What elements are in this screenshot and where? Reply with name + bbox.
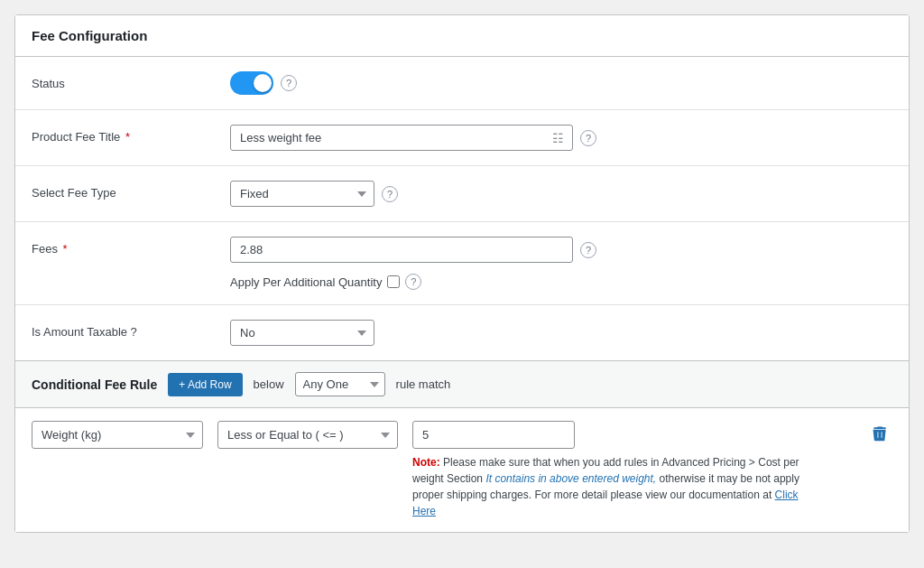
apply-per-qty-checkbox[interactable] <box>387 275 400 288</box>
fees-required-asterisk: * <box>60 242 68 256</box>
is-amount-taxable-content: No Yes <box>230 320 892 346</box>
rule-match-text: rule match <box>396 377 451 391</box>
fees-row: Fees * ? Apply Per Additional Quantity ? <box>15 222 909 305</box>
status-toggle[interactable] <box>230 71 273 95</box>
page-title: Fee Configuration <box>32 28 892 43</box>
condition-value-wrap: Note: Please make sure that when you add… <box>412 421 853 519</box>
apply-per-qty-help-icon[interactable]: ? <box>405 274 421 290</box>
card-header: Fee Configuration <box>15 15 909 57</box>
delete-row-button[interactable] <box>867 421 892 446</box>
product-fee-help-icon[interactable]: ? <box>580 130 596 146</box>
apply-per-qty-label: Apply Per Additional Quantity <box>230 275 382 289</box>
status-label: Status <box>32 71 230 90</box>
fees-label: Fees * <box>32 237 230 256</box>
conditional-fee-rule-header: Conditional Fee Rule + Add Row below Any… <box>15 360 909 408</box>
trash-icon <box>871 424 889 442</box>
fee-type-help-icon[interactable]: ? <box>382 186 398 202</box>
title-field-icon: ☷ <box>552 131 564 145</box>
select-fee-type-row: Select Fee Type Fixed Percentage ? <box>15 166 909 222</box>
conditional-fee-rule-title: Conditional Fee Rule <box>32 377 157 392</box>
condition-note: Note: Please make sure that when you add… <box>412 454 809 519</box>
fees-content: ? Apply Per Additional Quantity ? <box>230 237 892 290</box>
fees-help-icon[interactable]: ? <box>580 242 596 258</box>
product-fee-title-wrap: ☷ <box>230 125 573 151</box>
product-fee-title-row: Product Fee Title * ☷ ? <box>15 110 909 166</box>
taxable-select[interactable]: No Yes <box>230 320 374 346</box>
status-help-icon[interactable]: ? <box>281 75 297 91</box>
status-row: Status ? <box>15 57 909 110</box>
product-fee-title-input[interactable] <box>230 125 573 151</box>
required-asterisk: * <box>122 130 130 144</box>
toggle-thumb <box>254 74 272 92</box>
any-one-select[interactable]: Any One All <box>295 372 385 396</box>
status-content: ? <box>230 71 892 95</box>
is-amount-taxable-label: Is Amount Taxable ? <box>32 320 230 339</box>
condition-row: Weight (kg) Quantity Product Price Subto… <box>15 408 909 532</box>
add-row-button[interactable]: + Add Row <box>168 373 242 396</box>
product-fee-title-content: ☷ ? <box>230 125 892 151</box>
select-fee-type-label: Select Fee Type <box>32 181 230 200</box>
fee-type-select[interactable]: Fixed Percentage <box>230 181 374 207</box>
fees-input[interactable] <box>230 237 573 263</box>
below-text: below <box>254 377 284 391</box>
note-label: Note: <box>412 456 440 469</box>
condition-field-select[interactable]: Weight (kg) Quantity Product Price Subto… <box>32 421 203 449</box>
is-amount-taxable-row: Is Amount Taxable ? No Yes <box>15 305 909 360</box>
note-italic: It contains in above entered weight, <box>485 472 656 485</box>
product-fee-title-label: Product Fee Title * <box>32 125 230 144</box>
apply-per-qty-row: Apply Per Additional Quantity ? <box>230 274 892 290</box>
condition-operator-select[interactable]: Less or Equal to ( <= ) Greater or Equal… <box>217 421 398 449</box>
select-fee-type-content: Fixed Percentage ? <box>230 181 892 207</box>
condition-value-input[interactable] <box>412 421 575 449</box>
